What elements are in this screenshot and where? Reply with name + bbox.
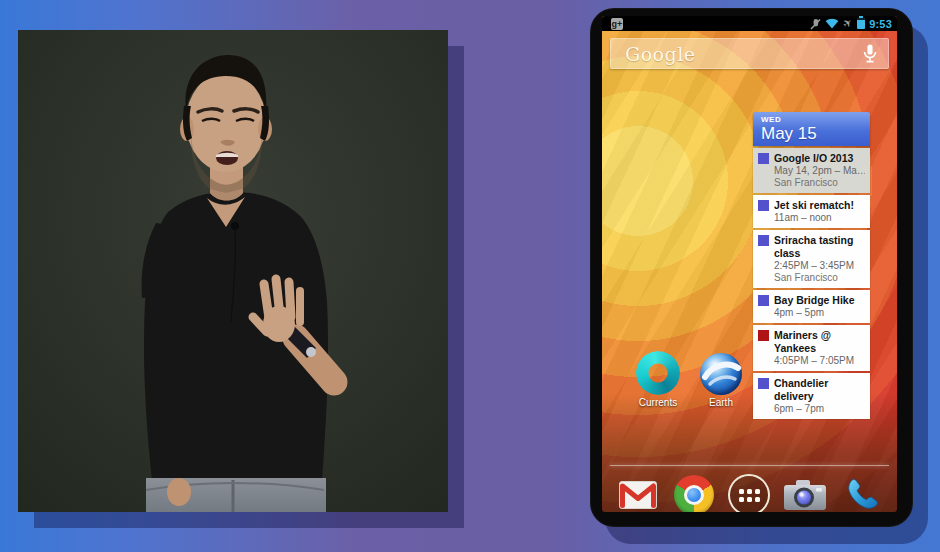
event-title: Jet ski rematch! [774, 199, 854, 212]
status-clock: 9:53 [869, 18, 892, 30]
shortcut-earth[interactable]: Earth [693, 353, 749, 408]
event-title: Sriracha tasting class [774, 234, 865, 260]
event-time: May 14, 2pm – Ma… [774, 165, 865, 177]
silent-mode-icon [810, 18, 821, 30]
event-title: Google I/O 2013 [774, 152, 865, 165]
status-bar: g+ ✈ 9:53 [602, 16, 897, 31]
presenter-illustration [18, 30, 448, 512]
airplane-mode-icon: ✈ [841, 16, 855, 30]
calendar-event[interactable]: Bay Bridge Hike 4pm – 5pm [753, 290, 870, 323]
google-plus-notification-icon[interactable]: g+ [611, 18, 623, 30]
event-color-marker [758, 153, 769, 164]
shortcut-currents[interactable]: Currents [628, 351, 688, 408]
google-logo: Google [625, 43, 696, 65]
calendar-event[interactable]: Sriracha tasting class 2:45PM – 3:45PM S… [753, 230, 870, 288]
battery-icon [857, 18, 865, 29]
phone-screen: g+ ✈ 9:53 Google [602, 16, 897, 512]
wifi-icon [825, 18, 839, 29]
stage-background: g+ ✈ 9:53 Google [0, 0, 940, 552]
event-time: 11am – noon [774, 212, 854, 224]
event-color-marker [758, 378, 769, 389]
event-time: 2:45PM – 3:45PM [774, 260, 865, 272]
calendar-event[interactable]: Mariners @ Yankees 4:05PM – 7:05PM [753, 325, 870, 371]
event-location: San Francisco [774, 272, 865, 284]
dock-divider [610, 465, 889, 466]
event-color-marker [758, 330, 769, 341]
presenter-photo [18, 30, 448, 512]
app-drawer-icon[interactable] [727, 473, 771, 512]
microphone-icon[interactable] [863, 44, 877, 64]
google-search-widget[interactable]: Google [610, 38, 889, 69]
event-title: Bay Bridge Hike [774, 294, 855, 307]
currents-icon [636, 351, 680, 395]
event-time: 4pm – 5pm [774, 307, 855, 319]
gmail-icon[interactable] [616, 473, 660, 512]
event-color-marker [758, 235, 769, 246]
earth-icon [700, 353, 742, 395]
calendar-widget[interactable]: WED May 15 Google I/O 2013 May 14, 2pm –… [753, 112, 870, 419]
dock [610, 471, 889, 512]
event-title: Chandelier delivery [774, 377, 865, 403]
event-time: 4:05PM – 7:05PM [774, 355, 865, 367]
shortcut-label: Currents [639, 397, 677, 408]
calendar-date-label: May 15 [761, 124, 862, 144]
calendar-event[interactable]: Chandelier delivery 6pm – 7pm [753, 373, 870, 419]
calendar-event[interactable]: Google I/O 2013 May 14, 2pm – Ma… San Fr… [753, 148, 870, 193]
event-color-marker [758, 295, 769, 306]
phone-icon[interactable] [839, 473, 883, 512]
calendar-event[interactable]: Jet ski rematch! 11am – noon [753, 195, 870, 228]
calendar-header[interactable]: WED May 15 [753, 112, 870, 146]
calendar-day-label: WED [761, 115, 862, 124]
calendar-event-list: Google I/O 2013 May 14, 2pm – Ma… San Fr… [753, 148, 870, 419]
event-time: 6pm – 7pm [774, 403, 865, 415]
chrome-icon[interactable] [672, 473, 716, 512]
shortcut-label: Earth [709, 397, 733, 408]
camera-icon[interactable] [783, 473, 827, 512]
event-title: Mariners @ Yankees [774, 329, 865, 355]
event-location: San Francisco [774, 177, 865, 189]
event-color-marker [758, 200, 769, 211]
phone-frame: g+ ✈ 9:53 Google [590, 8, 913, 527]
